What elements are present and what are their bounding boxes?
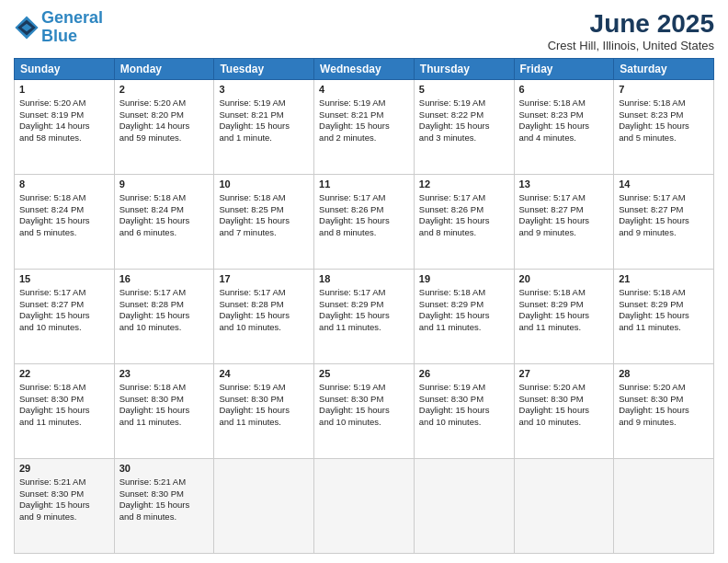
day-info-line: Sunset: 8:28 PM xyxy=(219,299,309,311)
day-info-line: Sunrise: 5:20 AM xyxy=(519,382,609,394)
table-row: 29Sunrise: 5:21 AMSunset: 8:30 PMDayligh… xyxy=(15,459,115,554)
day-number: 28 xyxy=(619,367,709,381)
day-info-line: Sunset: 8:29 PM xyxy=(519,299,609,311)
day-info-line: Sunset: 8:24 PM xyxy=(19,204,109,216)
day-number: 7 xyxy=(619,83,709,97)
day-info-line: Sunrise: 5:18 AM xyxy=(19,382,109,394)
day-info-line: Sunrise: 5:18 AM xyxy=(19,192,109,204)
calendar-week-row: 15Sunrise: 5:17 AMSunset: 8:27 PMDayligh… xyxy=(15,270,714,364)
day-info-line: and 9 minutes. xyxy=(519,227,609,239)
day-info-line: Sunrise: 5:19 AM xyxy=(419,382,509,394)
day-info-line: and 10 minutes. xyxy=(119,322,210,334)
day-info-line: Sunrise: 5:18 AM xyxy=(519,287,609,299)
day-info-line: Sunrise: 5:21 AM xyxy=(19,477,109,488)
day-info-line: Sunrise: 5:17 AM xyxy=(419,192,509,204)
day-number: 29 xyxy=(19,462,109,476)
day-info-line: Daylight: 15 hours xyxy=(619,215,709,227)
col-thursday: Thursday xyxy=(414,59,514,80)
day-number: 6 xyxy=(519,83,609,97)
day-info-line: Sunrise: 5:18 AM xyxy=(619,98,709,109)
day-number: 18 xyxy=(319,272,409,286)
day-info-line: and 4 minutes. xyxy=(519,132,609,144)
calendar-header-row: Sunday Monday Tuesday Wednesday Thursday… xyxy=(15,59,714,80)
day-info-line: and 9 minutes. xyxy=(19,511,109,523)
day-number: 11 xyxy=(319,178,409,191)
table-row: 9Sunrise: 5:18 AMSunset: 8:24 PMDaylight… xyxy=(114,175,214,270)
day-info-line: Sunset: 8:22 PM xyxy=(419,109,509,121)
day-info-line: and 11 minutes. xyxy=(619,322,709,334)
col-sunday: Sunday xyxy=(15,59,115,80)
day-info-line: and 10 minutes. xyxy=(419,417,509,429)
day-info-line: Daylight: 14 hours xyxy=(19,121,109,132)
day-info-line: and 10 minutes. xyxy=(319,417,409,429)
day-info-line: and 9 minutes. xyxy=(619,417,709,429)
day-info-line: Daylight: 15 hours xyxy=(519,215,609,227)
day-info-line: and 11 minutes. xyxy=(519,322,609,334)
day-info-line: and 11 minutes. xyxy=(119,417,210,429)
day-info-line: and 6 minutes. xyxy=(119,227,210,239)
calendar-week-row: 22Sunrise: 5:18 AMSunset: 8:30 PMDayligh… xyxy=(15,364,714,459)
calendar-week-row: 1Sunrise: 5:20 AMSunset: 8:19 PMDaylight… xyxy=(15,80,714,175)
calendar-week-row: 8Sunrise: 5:18 AMSunset: 8:24 PMDaylight… xyxy=(15,175,714,270)
day-info-line: Sunset: 8:20 PM xyxy=(119,109,210,121)
page: GeneralBlue June 2025 Crest Hill, Illino… xyxy=(0,0,728,563)
day-info-line: Sunset: 8:30 PM xyxy=(519,394,609,406)
day-info-line: Sunset: 8:30 PM xyxy=(119,394,210,406)
day-info-line: Sunrise: 5:19 AM xyxy=(219,98,309,109)
day-number: 10 xyxy=(219,178,309,191)
day-info-line: and 1 minute. xyxy=(219,132,309,144)
table-row: 26Sunrise: 5:19 AMSunset: 8:30 PMDayligh… xyxy=(414,364,514,459)
day-info-line: Daylight: 15 hours xyxy=(219,121,309,132)
day-info-line: Sunrise: 5:19 AM xyxy=(319,382,409,394)
day-info-line: and 10 minutes. xyxy=(519,417,609,429)
day-info-line: Sunset: 8:27 PM xyxy=(619,204,709,216)
day-info-line: Sunrise: 5:17 AM xyxy=(619,192,709,204)
day-info-line: Sunrise: 5:17 AM xyxy=(319,192,409,204)
day-info-line: Sunrise: 5:18 AM xyxy=(619,287,709,299)
table-row: 25Sunrise: 5:19 AMSunset: 8:30 PMDayligh… xyxy=(314,364,415,459)
logo-text: GeneralBlue xyxy=(41,9,103,46)
logo: GeneralBlue xyxy=(14,9,103,46)
day-number: 24 xyxy=(219,367,309,381)
day-number: 12 xyxy=(419,178,509,191)
day-info-line: Daylight: 15 hours xyxy=(219,215,309,227)
table-row: 19Sunrise: 5:18 AMSunset: 8:29 PMDayligh… xyxy=(414,270,514,364)
day-info-line: and 11 minutes. xyxy=(419,322,509,334)
subtitle: Crest Hill, Illinois, United States xyxy=(548,39,714,52)
day-info-line: Daylight: 15 hours xyxy=(419,405,509,417)
table-row: 22Sunrise: 5:18 AMSunset: 8:30 PMDayligh… xyxy=(15,364,115,459)
day-info-line: Sunset: 8:26 PM xyxy=(419,204,509,216)
table-row: 24Sunrise: 5:19 AMSunset: 8:30 PMDayligh… xyxy=(214,364,314,459)
day-info-line: Sunrise: 5:18 AM xyxy=(519,98,609,109)
day-info-line: and 11 minutes. xyxy=(19,417,109,429)
day-info-line: Sunset: 8:29 PM xyxy=(319,299,409,311)
day-number: 3 xyxy=(219,83,309,97)
day-info-line: Sunrise: 5:21 AM xyxy=(119,477,210,488)
day-info-line: Sunset: 8:23 PM xyxy=(519,109,609,121)
day-number: 2 xyxy=(119,83,210,97)
day-info-line: Sunrise: 5:17 AM xyxy=(319,287,409,299)
table-row xyxy=(214,459,314,554)
day-number: 19 xyxy=(419,272,509,286)
day-info-line: Sunset: 8:30 PM xyxy=(19,394,109,406)
day-info-line: Daylight: 15 hours xyxy=(319,215,409,227)
day-number: 13 xyxy=(519,178,609,191)
col-saturday: Saturday xyxy=(614,59,714,80)
table-row: 13Sunrise: 5:17 AMSunset: 8:27 PMDayligh… xyxy=(514,175,614,270)
day-info-line: Sunrise: 5:17 AM xyxy=(19,287,109,299)
day-info-line: Sunrise: 5:18 AM xyxy=(419,287,509,299)
day-info-line: Daylight: 15 hours xyxy=(419,310,509,322)
table-row: 1Sunrise: 5:20 AMSunset: 8:19 PMDaylight… xyxy=(15,80,115,175)
day-info-line: Daylight: 15 hours xyxy=(519,405,609,417)
table-row: 8Sunrise: 5:18 AMSunset: 8:24 PMDaylight… xyxy=(15,175,115,270)
day-info-line: Daylight: 15 hours xyxy=(119,310,210,322)
day-info-line: Sunrise: 5:18 AM xyxy=(119,192,210,204)
day-info-line: and 11 minutes. xyxy=(319,322,409,334)
day-info-line: Daylight: 15 hours xyxy=(319,310,409,322)
day-info-line: and 2 minutes. xyxy=(319,132,409,144)
day-info-line: Sunset: 8:30 PM xyxy=(419,394,509,406)
day-info-line: Sunrise: 5:17 AM xyxy=(519,192,609,204)
day-info-line: Daylight: 15 hours xyxy=(519,121,609,132)
table-row: 17Sunrise: 5:17 AMSunset: 8:28 PMDayligh… xyxy=(214,270,314,364)
day-info-line: Sunrise: 5:18 AM xyxy=(219,192,309,204)
